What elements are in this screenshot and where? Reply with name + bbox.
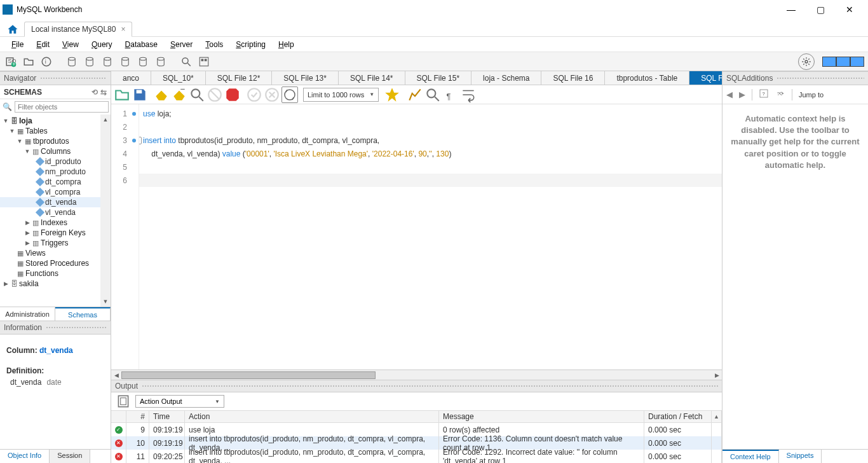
- stop-icon[interactable]: [207, 86, 223, 103]
- layout-right-icon[interactable]: [850, 57, 864, 67]
- db-icon-2[interactable]: [83, 55, 97, 69]
- search-icon[interactable]: [179, 55, 193, 69]
- layout-bottom-icon[interactable]: [836, 57, 850, 67]
- expand-icon[interactable]: ⇆: [100, 88, 107, 97]
- nav-tab-schemas[interactable]: Schemas: [55, 307, 111, 321]
- execute-current-icon[interactable]: [171, 86, 187, 103]
- tree-functions[interactable]: ▦Functions: [0, 268, 111, 279]
- wrap-icon[interactable]: [460, 86, 477, 103]
- minimize-button[interactable]: —: [783, 1, 799, 18]
- sql-tab[interactable]: SQL File 16: [541, 71, 605, 85]
- schema-tree[interactable]: ▼🗄loja ▼▦Tables ▼▦tbprodutos ▼▥Columns i…: [0, 114, 111, 307]
- svg-rect-33: [121, 398, 126, 405]
- star-icon[interactable]: [384, 86, 400, 103]
- menu-tools[interactable]: Tools: [199, 39, 229, 50]
- gear-icon[interactable]: [798, 53, 815, 70]
- nav-tab-administration[interactable]: Administration: [0, 307, 55, 321]
- back-icon[interactable]: ◀: [726, 90, 733, 99]
- sql-tab[interactable]: tbprodutos - Table: [605, 71, 689, 85]
- output-row[interactable]: ✕ 11 09:20:25 insert into tbprodutos(id_…: [111, 450, 722, 463]
- tree-col-selected[interactable]: dt_venda: [0, 197, 111, 207]
- tree-col[interactable]: vl_venda: [0, 207, 111, 218]
- commit-icon[interactable]: [246, 86, 262, 103]
- tab-context-help[interactable]: Context Help: [722, 450, 779, 463]
- sql-tab[interactable]: SQL_10*: [151, 71, 206, 85]
- tree-db-loja[interactable]: ▼🗄loja: [0, 116, 111, 126]
- fold-icon[interactable]: −: [139, 137, 142, 144]
- code-area[interactable]: use loja; −insert into tbprodutos(id_pro…: [139, 104, 722, 370]
- open-file-icon[interactable]: [114, 86, 130, 103]
- sql-editor[interactable]: 1 2 3 4 5 6 use loja; −insert into tbpro…: [111, 104, 722, 370]
- sql-tab[interactable]: loja - Schema: [471, 71, 541, 85]
- connection-tab[interactable]: Local instance MySQL80 ×: [24, 22, 132, 37]
- sql-tab[interactable]: SQL File 12*: [206, 71, 273, 85]
- help-icon[interactable]: ?: [759, 88, 769, 100]
- auto-help-icon[interactable]: ?⟳: [775, 88, 785, 100]
- tree-sp[interactable]: ▦Stored Procedures: [0, 258, 111, 268]
- maximize-button[interactable]: ▢: [812, 1, 829, 18]
- execute-icon[interactable]: [153, 86, 170, 103]
- tree-scrollbar[interactable]: ▲▼: [100, 114, 111, 307]
- sql-tab[interactable]: SQL File 14*: [339, 71, 405, 85]
- refresh-icon[interactable]: ⟲: [92, 88, 98, 97]
- menu-help[interactable]: Help: [272, 39, 301, 50]
- filter-input[interactable]: [15, 101, 109, 113]
- sql-tab[interactable]: SQL File 15*: [405, 71, 472, 85]
- explain-icon[interactable]: [189, 86, 205, 103]
- information-content: Column: dt_venda Definition: dt_vendadat…: [0, 335, 111, 449]
- tree-indexes[interactable]: ▶▥Indexes: [0, 218, 111, 228]
- output-clear-icon[interactable]: [115, 393, 132, 410]
- tree-views[interactable]: ▦Views: [0, 248, 111, 258]
- tree-db-sakila[interactable]: ▶🗄sakila: [0, 279, 111, 289]
- info-tab-object[interactable]: Object Info: [0, 450, 50, 463]
- stop-error-icon[interactable]: [224, 86, 241, 103]
- db-icon-4[interactable]: [118, 55, 132, 69]
- db-icon-6[interactable]: [154, 55, 168, 69]
- invisible-chars-icon[interactable]: ¶: [442, 86, 459, 103]
- tree-triggers[interactable]: ▶▥Triggers: [0, 238, 111, 248]
- menu-database[interactable]: Database: [119, 39, 164, 50]
- sql-tab[interactable]: SQL File 13*: [272, 71, 339, 85]
- svg-line-23: [211, 90, 219, 99]
- save-icon[interactable]: [132, 86, 148, 103]
- db-icon-5[interactable]: [136, 55, 150, 69]
- menu-query[interactable]: Query: [85, 39, 119, 50]
- tree-fks[interactable]: ▶▥Foreign Keys: [0, 228, 111, 238]
- editor-h-scrollbar[interactable]: ◀▶: [111, 370, 722, 380]
- tree-tables[interactable]: ▼▦Tables: [0, 126, 111, 136]
- menu-scripting[interactable]: Scripting: [229, 39, 272, 50]
- db-icon-3[interactable]: [100, 55, 114, 69]
- db-icon-1[interactable]: [65, 55, 79, 69]
- rollback-icon[interactable]: [264, 86, 280, 103]
- autocommit-icon[interactable]: [281, 86, 298, 103]
- tree-columns[interactable]: ▼▥Columns: [0, 146, 111, 156]
- tree-col[interactable]: dt_compra: [0, 177, 111, 187]
- sql-tab[interactable]: anco: [111, 71, 151, 85]
- home-button[interactable]: [4, 21, 22, 36]
- tree-col[interactable]: vl_compra: [0, 187, 111, 197]
- inspector-icon[interactable]: i: [39, 55, 53, 69]
- close-icon[interactable]: ×: [121, 25, 125, 34]
- layout-left-icon[interactable]: [822, 57, 836, 67]
- tree-col[interactable]: nm_produto: [0, 167, 111, 177]
- forward-icon[interactable]: ▶: [739, 90, 745, 99]
- close-button[interactable]: ✕: [841, 1, 858, 18]
- tree-table-tbprodutos[interactable]: ▼▦tbprodutos: [0, 136, 111, 146]
- menu-edit[interactable]: Edit: [30, 39, 56, 50]
- beautify-icon[interactable]: [407, 86, 423, 103]
- limit-rows-select[interactable]: Limit to 1000 rows: [303, 88, 379, 102]
- tab-snippets[interactable]: Snippets: [779, 450, 822, 463]
- layout-buttons[interactable]: [822, 57, 864, 67]
- tree-col[interactable]: id_produto: [0, 156, 111, 167]
- jump-to-label[interactable]: Jump to: [799, 91, 824, 99]
- dashboard-icon[interactable]: [197, 55, 211, 69]
- new-sql-tab-icon[interactable]: SQL+: [4, 55, 18, 69]
- find-icon[interactable]: [424, 86, 441, 103]
- menu-view[interactable]: View: [56, 39, 85, 50]
- output-type-select[interactable]: Action Output: [135, 395, 224, 408]
- sql-tab-active[interactable]: SQL File 18*×: [689, 71, 722, 85]
- info-tab-session[interactable]: Session: [50, 450, 90, 463]
- open-sql-icon[interactable]: [22, 55, 36, 69]
- menu-file[interactable]: File: [5, 39, 30, 50]
- menu-server[interactable]: Server: [164, 39, 199, 50]
